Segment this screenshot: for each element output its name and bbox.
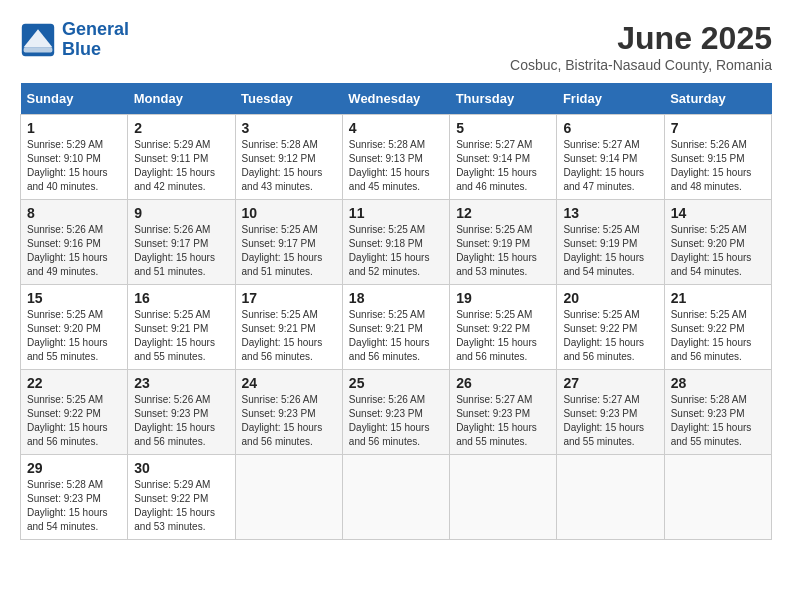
day-number: 9 [134, 205, 228, 221]
day-info: Sunrise: 5:25 AMSunset: 9:21 PMDaylight:… [134, 309, 215, 362]
table-row: 6 Sunrise: 5:27 AMSunset: 9:14 PMDayligh… [557, 115, 664, 200]
day-number: 17 [242, 290, 336, 306]
logo-icon [20, 22, 56, 58]
table-row: 17 Sunrise: 5:25 AMSunset: 9:21 PMDaylig… [235, 285, 342, 370]
day-number: 11 [349, 205, 443, 221]
table-row: 7 Sunrise: 5:26 AMSunset: 9:15 PMDayligh… [664, 115, 771, 200]
day-info: Sunrise: 5:26 AMSunset: 9:23 PMDaylight:… [134, 394, 215, 447]
main-title: June 2025 [510, 20, 772, 57]
day-info: Sunrise: 5:25 AMSunset: 9:21 PMDaylight:… [349, 309, 430, 362]
subtitle: Cosbuc, Bistrita-Nasaud County, Romania [510, 57, 772, 73]
calendar-week-1: 1 Sunrise: 5:29 AMSunset: 9:10 PMDayligh… [21, 115, 772, 200]
header-wednesday: Wednesday [342, 83, 449, 115]
day-number: 20 [563, 290, 657, 306]
day-info: Sunrise: 5:26 AMSunset: 9:16 PMDaylight:… [27, 224, 108, 277]
table-row: 21 Sunrise: 5:25 AMSunset: 9:22 PMDaylig… [664, 285, 771, 370]
day-info: Sunrise: 5:28 AMSunset: 9:23 PMDaylight:… [671, 394, 752, 447]
header-thursday: Thursday [450, 83, 557, 115]
table-row: 14 Sunrise: 5:25 AMSunset: 9:20 PMDaylig… [664, 200, 771, 285]
day-number: 10 [242, 205, 336, 221]
day-number: 21 [671, 290, 765, 306]
header-sunday: Sunday [21, 83, 128, 115]
day-info: Sunrise: 5:28 AMSunset: 9:13 PMDaylight:… [349, 139, 430, 192]
day-number: 16 [134, 290, 228, 306]
table-row: 10 Sunrise: 5:25 AMSunset: 9:17 PMDaylig… [235, 200, 342, 285]
day-info: Sunrise: 5:25 AMSunset: 9:22 PMDaylight:… [671, 309, 752, 362]
table-row: 28 Sunrise: 5:28 AMSunset: 9:23 PMDaylig… [664, 370, 771, 455]
day-number: 7 [671, 120, 765, 136]
day-info: Sunrise: 5:26 AMSunset: 9:23 PMDaylight:… [242, 394, 323, 447]
table-row: 3 Sunrise: 5:28 AMSunset: 9:12 PMDayligh… [235, 115, 342, 200]
day-info: Sunrise: 5:25 AMSunset: 9:19 PMDaylight:… [563, 224, 644, 277]
table-row: 16 Sunrise: 5:25 AMSunset: 9:21 PMDaylig… [128, 285, 235, 370]
table-row: 27 Sunrise: 5:27 AMSunset: 9:23 PMDaylig… [557, 370, 664, 455]
day-number: 29 [27, 460, 121, 476]
table-row: 2 Sunrise: 5:29 AMSunset: 9:11 PMDayligh… [128, 115, 235, 200]
day-number: 8 [27, 205, 121, 221]
table-row: 19 Sunrise: 5:25 AMSunset: 9:22 PMDaylig… [450, 285, 557, 370]
day-info: Sunrise: 5:29 AMSunset: 9:11 PMDaylight:… [134, 139, 215, 192]
table-row: 1 Sunrise: 5:29 AMSunset: 9:10 PMDayligh… [21, 115, 128, 200]
table-row: 8 Sunrise: 5:26 AMSunset: 9:16 PMDayligh… [21, 200, 128, 285]
logo-line2: Blue [62, 39, 101, 59]
day-number: 24 [242, 375, 336, 391]
table-row: 15 Sunrise: 5:25 AMSunset: 9:20 PMDaylig… [21, 285, 128, 370]
table-row: 24 Sunrise: 5:26 AMSunset: 9:23 PMDaylig… [235, 370, 342, 455]
svg-rect-2 [24, 47, 53, 52]
day-info: Sunrise: 5:25 AMSunset: 9:22 PMDaylight:… [27, 394, 108, 447]
day-number: 28 [671, 375, 765, 391]
table-row: 4 Sunrise: 5:28 AMSunset: 9:13 PMDayligh… [342, 115, 449, 200]
day-number: 30 [134, 460, 228, 476]
day-info: Sunrise: 5:25 AMSunset: 9:21 PMDaylight:… [242, 309, 323, 362]
day-number: 27 [563, 375, 657, 391]
calendar-week-3: 15 Sunrise: 5:25 AMSunset: 9:20 PMDaylig… [21, 285, 772, 370]
calendar-week-5: 29 Sunrise: 5:28 AMSunset: 9:23 PMDaylig… [21, 455, 772, 540]
calendar-table: Sunday Monday Tuesday Wednesday Thursday… [20, 83, 772, 540]
calendar-week-2: 8 Sunrise: 5:26 AMSunset: 9:16 PMDayligh… [21, 200, 772, 285]
day-number: 14 [671, 205, 765, 221]
table-row: 23 Sunrise: 5:26 AMSunset: 9:23 PMDaylig… [128, 370, 235, 455]
day-number: 6 [563, 120, 657, 136]
day-number: 12 [456, 205, 550, 221]
day-info: Sunrise: 5:25 AMSunset: 9:18 PMDaylight:… [349, 224, 430, 277]
table-row [235, 455, 342, 540]
day-info: Sunrise: 5:26 AMSunset: 9:15 PMDaylight:… [671, 139, 752, 192]
calendar-header-row: Sunday Monday Tuesday Wednesday Thursday… [21, 83, 772, 115]
day-number: 23 [134, 375, 228, 391]
table-row [450, 455, 557, 540]
day-info: Sunrise: 5:27 AMSunset: 9:14 PMDaylight:… [563, 139, 644, 192]
table-row: 20 Sunrise: 5:25 AMSunset: 9:22 PMDaylig… [557, 285, 664, 370]
day-number: 19 [456, 290, 550, 306]
table-row: 13 Sunrise: 5:25 AMSunset: 9:19 PMDaylig… [557, 200, 664, 285]
header-monday: Monday [128, 83, 235, 115]
day-info: Sunrise: 5:25 AMSunset: 9:22 PMDaylight:… [563, 309, 644, 362]
day-number: 25 [349, 375, 443, 391]
day-number: 26 [456, 375, 550, 391]
table-row: 22 Sunrise: 5:25 AMSunset: 9:22 PMDaylig… [21, 370, 128, 455]
table-row: 12 Sunrise: 5:25 AMSunset: 9:19 PMDaylig… [450, 200, 557, 285]
day-number: 18 [349, 290, 443, 306]
day-info: Sunrise: 5:25 AMSunset: 9:22 PMDaylight:… [456, 309, 537, 362]
table-row: 18 Sunrise: 5:25 AMSunset: 9:21 PMDaylig… [342, 285, 449, 370]
day-info: Sunrise: 5:29 AMSunset: 9:10 PMDaylight:… [27, 139, 108, 192]
table-row: 5 Sunrise: 5:27 AMSunset: 9:14 PMDayligh… [450, 115, 557, 200]
logo-line1: General [62, 19, 129, 39]
calendar-week-4: 22 Sunrise: 5:25 AMSunset: 9:22 PMDaylig… [21, 370, 772, 455]
day-info: Sunrise: 5:26 AMSunset: 9:23 PMDaylight:… [349, 394, 430, 447]
table-row [664, 455, 771, 540]
table-row [557, 455, 664, 540]
day-number: 22 [27, 375, 121, 391]
logo: General Blue [20, 20, 129, 60]
day-number: 15 [27, 290, 121, 306]
day-info: Sunrise: 5:25 AMSunset: 9:17 PMDaylight:… [242, 224, 323, 277]
day-number: 2 [134, 120, 228, 136]
day-info: Sunrise: 5:25 AMSunset: 9:20 PMDaylight:… [671, 224, 752, 277]
header-saturday: Saturday [664, 83, 771, 115]
day-number: 3 [242, 120, 336, 136]
table-row: 9 Sunrise: 5:26 AMSunset: 9:17 PMDayligh… [128, 200, 235, 285]
day-number: 4 [349, 120, 443, 136]
day-number: 13 [563, 205, 657, 221]
table-row: 25 Sunrise: 5:26 AMSunset: 9:23 PMDaylig… [342, 370, 449, 455]
day-info: Sunrise: 5:26 AMSunset: 9:17 PMDaylight:… [134, 224, 215, 277]
table-row: 26 Sunrise: 5:27 AMSunset: 9:23 PMDaylig… [450, 370, 557, 455]
